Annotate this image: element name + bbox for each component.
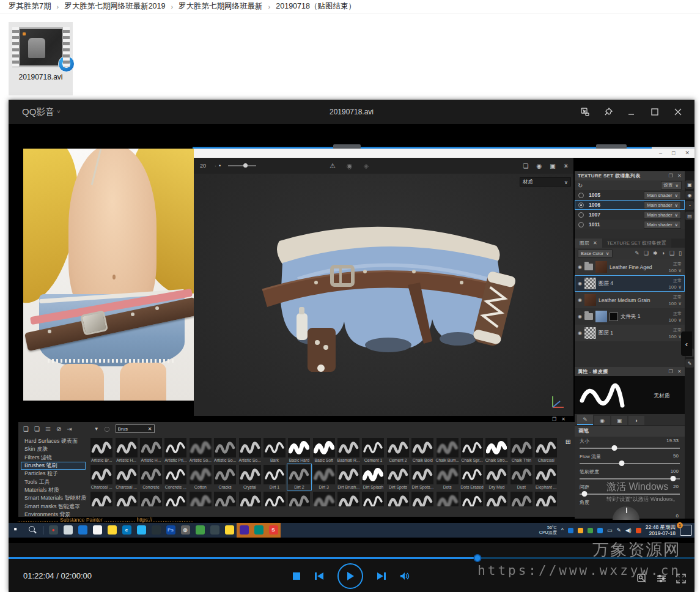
brush-item[interactable]: Dirt Brush...	[336, 464, 361, 490]
brush-item[interactable]: Artistic Br...	[89, 437, 114, 464]
taskbar-app-icon[interactable]	[134, 523, 149, 538]
taskbar-app-icon[interactable]	[75, 523, 90, 538]
folder-icon[interactable]: ❑	[23, 426, 29, 432]
brush-item[interactable]	[460, 490, 484, 506]
visibility-icon[interactable]	[578, 202, 584, 208]
shelf-category-item[interactable]: Particles 粒子	[21, 470, 86, 478]
symmetry-icon[interactable]: ◉	[347, 162, 353, 170]
brush-item[interactable]: Charcoal	[534, 437, 558, 464]
slider-track[interactable]	[580, 494, 680, 495]
layer-visibility-icon[interactable]: ◉	[578, 281, 582, 286]
tray-icon[interactable]: ▭	[607, 527, 613, 533]
fill-layer-icon[interactable]: ❏	[644, 250, 649, 256]
brush-item[interactable]: Basmati R...	[336, 437, 361, 464]
layer-row[interactable]: ◉ Leather Medium Grain 正常 100 ∨	[575, 292, 685, 308]
mask-icon[interactable]: ◗	[662, 250, 665, 256]
brush-item[interactable]: Charcoal ...	[89, 464, 114, 490]
tray-icon[interactable]: ✎	[616, 527, 621, 533]
brush-item[interactable]	[188, 490, 213, 506]
shader-dropdown[interactable]: Main shader∨	[644, 211, 681, 219]
dock-icon[interactable]: ❐	[552, 416, 556, 422]
visibility-icon[interactable]	[578, 193, 584, 198]
tab-texture-set-settings[interactable]: TEXTURE SET 纹理集设置	[602, 239, 671, 248]
taskbar-app-icon[interactable]	[193, 523, 207, 538]
folder-icon[interactable]: ❑	[669, 250, 674, 256]
taskbar-app-icon[interactable]: ◎	[178, 523, 193, 538]
channel-dropdown[interactable]: Base Color∨	[578, 250, 613, 257]
shelf-category-item[interactable]: Environments 背景	[21, 511, 86, 517]
hide-icon[interactable]: ⊘	[56, 426, 61, 432]
fullscreen-button[interactable]	[676, 574, 686, 586]
brush-tool-icon[interactable]: ✎	[685, 359, 694, 368]
texture-settings-button[interactable]: 设置∨	[661, 181, 682, 190]
close-icon[interactable]: ✕	[561, 416, 566, 422]
paint-layer-icon[interactable]: ✎	[635, 250, 639, 256]
grid-view-icon[interactable]: ⊞	[566, 438, 571, 446]
brush-item[interactable]: Artistic H...	[114, 437, 138, 464]
taskbar-app-icon[interactable]	[251, 523, 266, 538]
breadcrumb-item[interactable]: 罗大胜第七期网络班最新	[179, 1, 263, 12]
collapse-panel-button[interactable]: ‹	[681, 331, 692, 356]
slider-track[interactable]	[580, 478, 680, 479]
taskbar-app-icon[interactable]	[149, 523, 163, 538]
brush-item[interactable]: Bark	[262, 437, 287, 464]
brush-item[interactable]: Dirt Spots...	[410, 464, 435, 490]
dock-icon[interactable]: ❐	[669, 369, 673, 374]
breadcrumb-item[interactable]: 罗大胜第七期网络班最新2019	[64, 1, 165, 12]
brush-item[interactable]: Dots	[435, 464, 459, 490]
next-button[interactable]	[377, 572, 386, 580]
brush-item[interactable]: Dirt 3	[312, 464, 336, 490]
brush-item[interactable]: Elephant ...	[534, 464, 558, 490]
brush-item[interactable]: Dust	[509, 464, 534, 490]
brush-item[interactable]	[386, 490, 410, 506]
brush-item[interactable]: Dots Erased	[460, 464, 484, 490]
brush-item[interactable]: Dirt Spots	[386, 464, 410, 490]
brush-item[interactable]: Dirt 1	[262, 464, 287, 490]
snapshot-button[interactable]	[637, 574, 647, 586]
close-icon[interactable]: ✕	[593, 240, 597, 246]
shelf-category-item[interactable]: Filters 滤镜	[21, 454, 86, 462]
shader-settings-icon[interactable]: ◉	[685, 191, 694, 199]
tray-icon[interactable]: ^	[561, 527, 564, 533]
shader-dropdown[interactable]: Main shader∨	[644, 201, 681, 209]
tab-material[interactable]: ◗	[628, 416, 644, 425]
trash-icon[interactable]: ▯	[679, 250, 682, 256]
brush-item[interactable]: Chalk Spr...	[460, 437, 484, 464]
log-icon[interactable]: ▤	[685, 212, 694, 220]
visibility-icon[interactable]	[578, 212, 584, 218]
effect-icon[interactable]: ✱	[653, 250, 658, 256]
taskbar-app-icon[interactable]: e	[119, 523, 134, 538]
brush-item[interactable]	[237, 490, 262, 506]
brush-item[interactable]	[336, 490, 361, 506]
breadcrumb-item[interactable]: 20190718（贴图结束）	[276, 1, 356, 12]
taskbar-clock[interactable]: 22:48 星期四 2019-07-18	[646, 524, 676, 536]
tray-icon[interactable]: ◀)	[625, 527, 632, 533]
taskbar-app-icon[interactable]	[222, 523, 237, 538]
brush-item[interactable]: Artistic So...	[213, 437, 237, 464]
close-button[interactable]	[670, 104, 686, 120]
clear-search-icon[interactable]: ✕	[148, 426, 152, 432]
brush-item[interactable]: Basic Hard	[287, 437, 311, 464]
shelf-category-item[interactable]: Materials 材质	[21, 486, 86, 494]
brush-item[interactable]	[213, 490, 237, 506]
layer-row[interactable]: ◉ 图层 1 正常 100 ∨	[575, 325, 685, 341]
brush-item[interactable]	[287, 490, 311, 506]
player-titlebar[interactable]: QQ影音˅ 20190718.avi	[9, 100, 694, 124]
layer-row[interactable]: ◉ 图层 4 正常 100 ∨	[575, 275, 685, 292]
layer-visibility-icon[interactable]: ◉	[578, 297, 582, 303]
tray-icon[interactable]	[597, 528, 603, 533]
brush-item[interactable]	[312, 490, 336, 506]
brush-item[interactable]: Cotton	[188, 464, 213, 490]
brush-item[interactable]	[163, 490, 188, 506]
display-settings-icon[interactable]: ▣	[685, 180, 694, 189]
shader-dropdown[interactable]: Main shader∨	[644, 221, 681, 229]
brush-item[interactable]: Cracks	[213, 464, 237, 490]
minimize-button[interactable]	[624, 104, 639, 120]
pin-button[interactable]	[600, 104, 616, 120]
seek-bar[interactable]	[9, 557, 694, 559]
taskbar-app-icon[interactable]	[105, 523, 119, 538]
shelf-category-item[interactable]: Smart masks 智能遮罩	[21, 502, 86, 510]
taskbar-app-icon[interactable]	[207, 523, 222, 538]
brush-item[interactable]	[534, 490, 558, 506]
brush-item[interactable]: Artistic So...	[237, 437, 262, 464]
